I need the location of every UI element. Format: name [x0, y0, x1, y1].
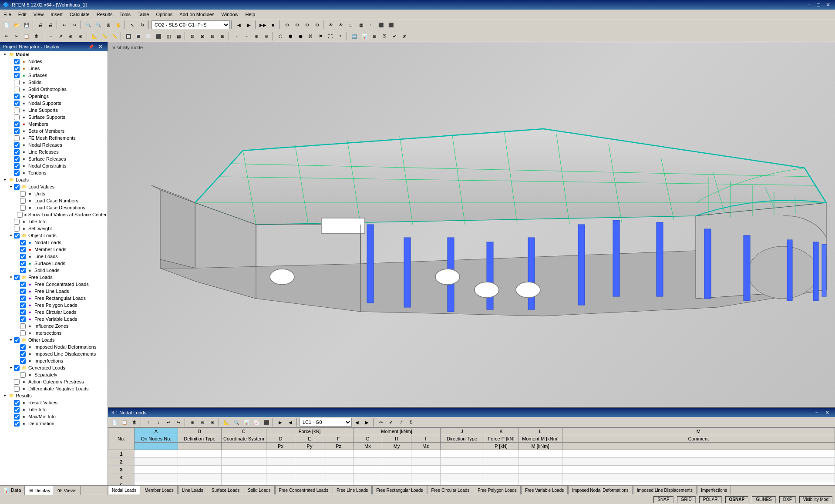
tree-item-results[interactable]: ▾📁Results	[0, 392, 108, 399]
bottom-tab-free-variable-loads[interactable]: Free Variable Loads	[521, 486, 568, 494]
tree-item-load-case-desc[interactable]: ▸■Load Case Descriptions	[0, 204, 108, 211]
tree-cb-differentiate-neg[interactable]	[14, 386, 20, 392]
cell-2-11[interactable]	[519, 458, 562, 466]
tree-item-free-loads[interactable]: ▾📁Free Loads	[0, 274, 108, 281]
tree-item-units[interactable]: ▸■Units	[0, 190, 108, 197]
tree-item-nodal-supports[interactable]: ▸■Nodal Supports	[0, 100, 108, 107]
tree-item-tendons[interactable]: ▸■Tendons	[0, 169, 108, 176]
tb2-15[interactable]: ⬛	[154, 32, 163, 40]
tree-item-nodal-constraints[interactable]: ▸■Nodal Constraints	[0, 162, 108, 169]
bp-tb-8[interactable]: ⊕	[188, 418, 197, 427]
tree-item-line-supports[interactable]: ▸■Line Supports	[0, 107, 108, 114]
tree-cb-free-rect-loads[interactable]	[20, 296, 26, 301]
tree-cb-member-loads[interactable]	[20, 247, 26, 252]
tree-cb-other-loads[interactable]	[14, 337, 20, 343]
tree-cb-surface-supports[interactable]	[14, 114, 20, 120]
tree-cb-line-supports[interactable]	[14, 108, 20, 113]
cell-5-5[interactable]	[324, 481, 353, 486]
tree-item-intersections[interactable]: ▸■Intersections	[0, 329, 108, 336]
tree-cb-lines[interactable]	[14, 66, 20, 71]
cell-4-0[interactable]	[135, 474, 178, 481]
tb2-24[interactable]: ⊕	[252, 32, 261, 40]
tb-prev[interactable]: ◀	[234, 20, 244, 29]
menu-results[interactable]: Results	[93, 10, 116, 19]
tree-item-self-weight[interactable]: ▸■Self-weight	[0, 225, 108, 232]
status-grid[interactable]: GRID	[677, 496, 696, 503]
tree-item-sets-of-members[interactable]: ▸■Sets of Members	[0, 128, 108, 134]
load-case-combo[interactable]: CO2 - SLS G0+G1+P+S	[152, 20, 230, 29]
nav-tab-views[interactable]: 👁 Views	[54, 486, 80, 495]
tb2-16[interactable]: ◫	[164, 32, 173, 40]
tb2-2[interactable]: ✂	[12, 32, 21, 40]
bp-check[interactable]: ✔	[386, 418, 396, 427]
tb-open[interactable]: 📂	[12, 20, 21, 29]
tree-cb-free-line-loads[interactable]	[20, 289, 26, 294]
tb-zoom-all[interactable]: ⊞	[104, 20, 113, 29]
cell-4-6[interactable]	[353, 474, 382, 481]
cell-1-5[interactable]	[324, 450, 353, 458]
table-row[interactable]: 3	[108, 466, 835, 474]
bottom-tab-imposed-nodal-deformations[interactable]: Imposed Nodal Deformations	[568, 486, 633, 494]
cell-2-12[interactable]	[562, 458, 835, 466]
tb2-8[interactable]: ⊗	[76, 32, 85, 40]
cell-4-7[interactable]	[382, 474, 411, 481]
tb-redo[interactable]: ↪	[70, 20, 79, 29]
cell-3-8[interactable]	[411, 466, 440, 474]
cell-2-5[interactable]	[324, 458, 353, 466]
minimize-button[interactable]: −	[805, 1, 813, 9]
nav-pin-button[interactable]: 📌	[87, 43, 95, 50]
tb-run[interactable]: ▶▶	[258, 20, 268, 29]
bp-tb-7[interactable]: ↪	[174, 418, 183, 427]
tb-zoom-in[interactable]: 🔍	[84, 20, 93, 29]
tree-cb-separately[interactable]	[20, 372, 26, 378]
tree-cb-load-case-numbers[interactable]	[20, 198, 26, 204]
tb2-32[interactable]: ⌖	[336, 32, 345, 40]
cell-5-12[interactable]	[562, 481, 835, 486]
tree-cb-deformation[interactable]	[14, 421, 20, 427]
cell-2-3[interactable]	[266, 458, 295, 466]
tree-cb-members[interactable]	[14, 121, 20, 127]
tree-cb-imposed-line-displ[interactable]	[20, 351, 26, 357]
tb-render2[interactable]: ⬛	[386, 20, 396, 29]
tree-cb-imposed-nodal-def[interactable]	[20, 344, 26, 350]
cell-2-0[interactable]	[135, 458, 178, 466]
cell-2-9[interactable]	[440, 458, 484, 466]
tb-pan[interactable]: ✋	[114, 20, 123, 29]
tb2-38[interactable]: ✘	[400, 32, 409, 40]
cell-1-12[interactable]	[562, 450, 835, 458]
bottom-tab-nodal-loads[interactable]: Nodal Loads	[108, 486, 140, 494]
cell-4-3[interactable]	[266, 474, 295, 481]
tb-view3[interactable]: □	[346, 20, 356, 29]
tb-select[interactable]: ↖	[128, 20, 137, 29]
cell-4-11[interactable]	[519, 474, 562, 481]
menu-view[interactable]: View	[30, 10, 47, 19]
cell-5-0[interactable]	[135, 481, 178, 486]
cell-4-12[interactable]	[562, 474, 835, 481]
tree-item-free-variable-loads[interactable]: ▸■Free Variable Loads	[0, 316, 108, 323]
tree-item-free-polygon-loads[interactable]: ▸■Free Polygon Loads	[0, 302, 108, 309]
tb2-23[interactable]: ⋯	[242, 32, 251, 40]
bp-tb-13[interactable]: 📊	[242, 418, 251, 427]
tree-cb-intersections[interactable]	[20, 330, 26, 336]
tree-cb-openings[interactable]	[14, 94, 20, 99]
cell-2-1[interactable]	[178, 458, 222, 466]
bp-tb-1[interactable]: 📄	[110, 418, 119, 427]
tree-item-load-case-numbers[interactable]: ▸■Load Case Numbers	[0, 197, 108, 204]
tree-cb-free-polygon-loads[interactable]	[20, 302, 26, 308]
table-row[interactable]: 4	[108, 474, 835, 481]
tb2-27[interactable]: ⬢	[286, 32, 295, 40]
tree-cb-tendons[interactable]	[14, 170, 20, 176]
tree-cb-fe-mesh[interactable]	[14, 135, 20, 141]
bp-sigma[interactable]: 𝚺	[406, 418, 416, 427]
cell-2-2[interactable]	[222, 458, 266, 466]
menu-options[interactable]: Options	[152, 10, 176, 19]
tree-expand-results[interactable]: ▾	[2, 393, 8, 398]
tree-item-line-releases[interactable]: ▸■Line Releases	[0, 148, 108, 155]
tree-cb-title-info[interactable]	[14, 219, 20, 225]
menu-addon[interactable]: Add-on Modules	[176, 10, 218, 19]
tb2-14[interactable]: ⬜	[144, 32, 153, 40]
cell-3-9[interactable]	[440, 466, 484, 474]
tree-cb-nodal-loads[interactable]	[20, 240, 26, 245]
tb2-33[interactable]: 🔤	[350, 32, 359, 40]
tree-item-title-info[interactable]: ▸■Title Info	[0, 218, 108, 225]
